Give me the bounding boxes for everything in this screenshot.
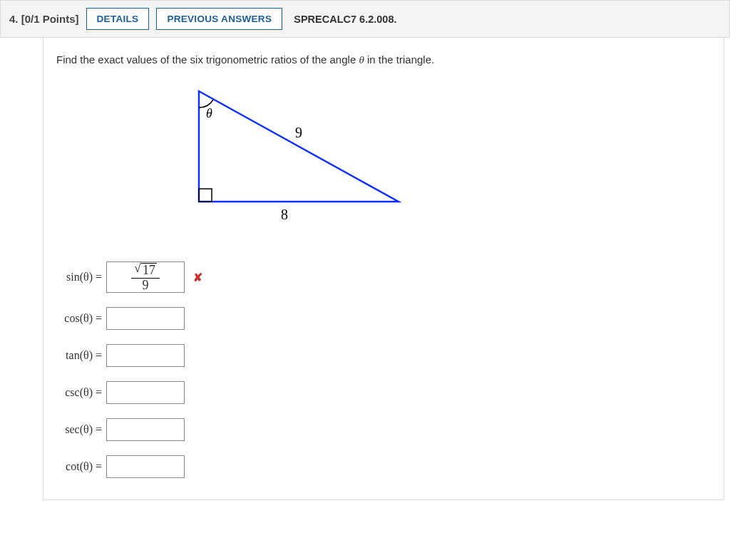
csc-row: csc(θ) = (56, 381, 711, 404)
svg-rect-1 (199, 189, 212, 202)
cos-label: cos(θ) = (56, 312, 102, 325)
sin-row: sin(θ) = √17 9 ✘ (56, 261, 711, 293)
csc-label: csc(θ) = (56, 386, 102, 399)
cot-row: cot(θ) = (56, 455, 711, 478)
sec-row: sec(θ) = (56, 418, 711, 441)
tan-label: tan(θ) = (56, 349, 102, 362)
tan-input[interactable] (106, 344, 185, 367)
cot-input[interactable] (106, 455, 185, 478)
tan-row: tan(θ) = (56, 344, 711, 367)
question-number: 4. [0/1 Points] (9, 13, 79, 25)
question-body: Find the exact values of the six trigono… (43, 38, 724, 500)
hypotenuse-label: 9 (295, 125, 302, 140)
triangle-svg: θ 9 8 (185, 81, 413, 230)
cot-label: cot(θ) = (56, 460, 102, 473)
question-code: SPRECALC7 6.2.008. (294, 14, 396, 25)
details-button[interactable]: DETAILS (86, 8, 150, 30)
svg-marker-0 (199, 91, 399, 202)
cos-row: cos(θ) = (56, 307, 711, 330)
sin-input[interactable]: √17 9 (106, 261, 185, 293)
question-prompt: Find the exact values of the six trigono… (56, 53, 711, 66)
question-header: 4. [0/1 Points] DETAILS PREVIOUS ANSWERS… (0, 0, 730, 38)
answer-list: sin(θ) = √17 9 ✘ cos(θ) = tan(θ) = csc(θ… (56, 261, 711, 478)
incorrect-icon: ✘ (193, 271, 202, 284)
cos-input[interactable] (106, 307, 185, 330)
csc-input[interactable] (106, 381, 185, 404)
sec-input[interactable] (106, 418, 185, 441)
triangle-figure: θ 9 8 (185, 81, 711, 233)
base-label: 8 (281, 207, 288, 222)
sin-label: sin(θ) = (56, 271, 102, 284)
previous-answers-button[interactable]: PREVIOUS ANSWERS (156, 8, 282, 30)
sec-label: sec(θ) = (56, 423, 102, 436)
theta-label: θ (206, 106, 212, 120)
